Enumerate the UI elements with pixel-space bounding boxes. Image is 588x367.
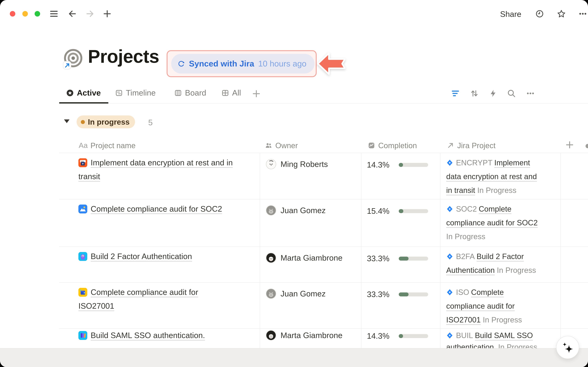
jira-issue-status: In Progress (483, 315, 522, 324)
avatar (266, 205, 276, 216)
owner-cell[interactable]: Juan Gomez (260, 199, 361, 216)
more-options-icon[interactable] (578, 9, 587, 18)
share-button[interactable]: Share (500, 9, 522, 19)
add-view-icon[interactable] (252, 89, 261, 98)
group-status-badge[interactable]: In progress (76, 116, 135, 128)
project-name-cell[interactable]: Build SAML SSO authentication. (59, 328, 260, 341)
completion-value: 14.3% (367, 331, 394, 341)
project-name-link[interactable]: Build 2 Factor Authentication (91, 252, 192, 261)
column-header-label: Jira Project (457, 141, 496, 150)
tab-label: Board (185, 88, 206, 98)
progress-bar-fill (399, 209, 403, 213)
jira-issue-key: ENCRYPT (456, 158, 492, 167)
table-bottom-border (0, 348, 588, 349)
column-header-completion[interactable]: Completion (367, 138, 417, 152)
project-name-cell[interactable]: Build 2 Factor Authentication (59, 247, 260, 263)
favorite-star-icon[interactable] (557, 9, 566, 18)
jira-project-cell[interactable]: ISOComplete compliance audit for ISO2700… (440, 282, 560, 327)
group-count: 5 (148, 118, 153, 127)
jira-project-cell[interactable]: ENCRYPTImplement data encryption at rest… (440, 153, 560, 197)
tab-all[interactable]: All (221, 88, 241, 98)
timeline-icon (115, 89, 123, 97)
sync-icon (177, 60, 185, 67)
column-header-jira-project[interactable]: Jira Project (447, 138, 496, 152)
sort-icon[interactable] (470, 89, 479, 98)
wallet-yellow-icon (78, 288, 87, 297)
project-name-cell[interactable]: Implement data encryption at rest and in… (59, 153, 260, 184)
window-topbar: Share (0, 0, 588, 28)
owner-name: Marta Giambrone (281, 253, 343, 263)
completion-cell[interactable]: 14.3% (361, 328, 440, 341)
project-name-link[interactable]: Complete compliance audit for ISO27001 (78, 288, 198, 310)
board-icon (174, 89, 182, 97)
column-options-icon[interactable] (586, 144, 588, 148)
wallet-orange-icon (78, 158, 87, 167)
completion-cell[interactable]: 15.4% (361, 199, 440, 216)
avatar (266, 288, 276, 299)
progress-bar (399, 257, 428, 261)
project-name-cell[interactable]: Complete compliance audit for ISO27001 (59, 282, 260, 313)
add-column-icon[interactable] (565, 140, 574, 150)
jira-issue-key: SOC2 (456, 205, 477, 213)
minimize-window-button[interactable] (22, 11, 28, 17)
table-icon (221, 89, 229, 97)
project-name-link[interactable]: Implement data encryption at rest and in… (78, 158, 233, 181)
notion-ai-button[interactable] (556, 336, 579, 359)
books-cyan-icon (78, 331, 87, 340)
sidebar-menu-icon[interactable] (49, 9, 58, 18)
search-icon[interactable] (507, 89, 516, 98)
jira-diamond-icon (446, 289, 453, 296)
jira-project-cell[interactable]: B2FABuild 2 Factor Authentication In Pro… (440, 247, 560, 277)
photo-blue-icon (78, 205, 87, 213)
project-name-cell[interactable]: Complete compliance audit for SOC2 (59, 199, 260, 216)
jira-sync-badge[interactable]: Synced with Jira 10 hours ago (171, 54, 314, 74)
jira-issue-status: In Progress (446, 232, 485, 241)
chart-icon (367, 142, 375, 150)
avatar (266, 253, 276, 263)
progress-bar-fill (399, 334, 403, 338)
progress-bar (399, 292, 428, 296)
page-icon-target[interactable] (63, 48, 84, 70)
back-icon[interactable] (68, 9, 77, 18)
column-header-label: Owner (275, 141, 298, 150)
completion-cell[interactable]: 14.3% (361, 153, 440, 169)
view-options-icon[interactable] (526, 89, 535, 98)
owner-cell[interactable]: Ming Roberts (260, 153, 361, 169)
column-header-project-name[interactable]: Aa Project name (79, 138, 135, 152)
history-clock-icon[interactable] (535, 9, 544, 18)
completion-cell[interactable]: 33.3% (361, 282, 440, 299)
close-window-button[interactable] (10, 11, 15, 17)
owner-cell[interactable]: Marta Giambrone (260, 328, 361, 341)
window-bottom-strip (0, 348, 588, 367)
filter-icon[interactable] (451, 89, 460, 98)
column-header-label: Project name (91, 141, 136, 150)
owner-name: Ming Roberts (281, 159, 328, 169)
owner-name: Marta Giambrone (281, 330, 343, 341)
completion-value: 33.3% (367, 290, 394, 299)
jira-issue-status: In Progress (477, 186, 516, 194)
notion-window: Share Projects Synced with Jira 10 hours… (0, 0, 588, 367)
group-collapse-icon[interactable] (64, 119, 69, 123)
jira-issue-status: In Progress (497, 266, 536, 274)
tab-board[interactable]: Board (174, 88, 206, 98)
jira-project-cell[interactable]: SOC2Complete compliance audit for SOC2 I… (440, 199, 560, 243)
arrow-up-right-icon (447, 142, 455, 150)
avatar (266, 330, 276, 341)
owner-cell[interactable]: Marta Giambrone (260, 247, 361, 263)
zoom-window-button[interactable] (35, 11, 40, 17)
project-name-link[interactable]: Complete compliance audit for SOC2 (91, 204, 222, 213)
page-title: Projects (88, 46, 159, 67)
annotation-highlight-box: Synced with Jira 10 hours ago (167, 50, 317, 77)
tab-timeline[interactable]: Timeline (115, 88, 156, 98)
completion-cell[interactable]: 33.3% (361, 247, 440, 263)
jira-diamond-icon (446, 206, 453, 213)
new-tab-icon[interactable] (103, 9, 112, 18)
automation-icon[interactable] (489, 89, 498, 98)
owner-cell[interactable]: Juan Gomez (260, 282, 361, 299)
forward-icon[interactable] (85, 9, 95, 18)
active-tab-underline (59, 102, 108, 103)
project-name-link[interactable]: Build SAML SSO authentication. (91, 331, 205, 340)
completion-value: 33.3% (367, 254, 394, 263)
tab-active[interactable]: Active (66, 88, 101, 98)
column-header-owner[interactable]: Owner (265, 138, 298, 152)
